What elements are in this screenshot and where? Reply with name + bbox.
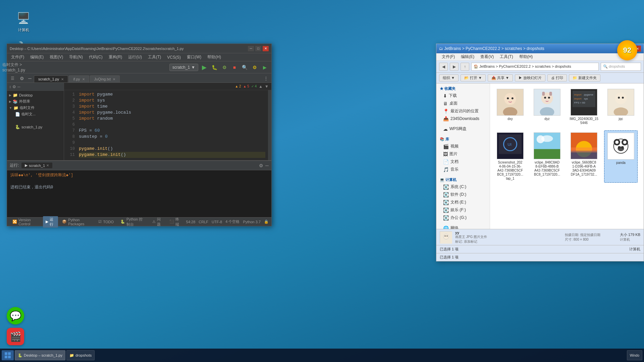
code-text[interactable]: import pygame import sys import time imp… (76, 90, 268, 160)
nav-desktop[interactable]: 🖥桌面 (436, 100, 490, 107)
file-item-ss1[interactable]: UI Screenshot_2024-06-04-15-36-A42-7369B… (493, 130, 527, 183)
taskbar-explorer[interactable]: 📁 dropshots (66, 350, 95, 360)
nav-music[interactable]: 🎵音乐 (436, 166, 490, 173)
search-button[interactable]: 🔍 (240, 63, 249, 71)
terminal-tab-close[interactable]: ✕ (46, 164, 49, 167)
vertical-scrollbar[interactable] (268, 90, 271, 160)
nav-download[interactable]: ⬇下载 (436, 92, 490, 100)
run-button[interactable]: ▶ (200, 63, 208, 71)
nav-d-drive[interactable]: 💽软件 (D:) (436, 191, 490, 198)
debug-button[interactable]: 🐛 (210, 63, 218, 71)
nav-video[interactable]: 🎬视频 (436, 142, 490, 150)
status-tab-run[interactable]: ▶ 运行 (43, 216, 58, 228)
wechat-icon[interactable]: 💬 (7, 307, 24, 324)
terminal-settings-btn[interactable]: ⚙ (259, 163, 263, 168)
file-item-img[interactable]: import pygame import sys FPS = 60 IMG_20… (567, 87, 601, 127)
nav-f-drive[interactable]: 💽娱乐 (F:) (436, 206, 490, 214)
tree-item-tempfiles-child[interactable]: 📄 临时文... (7, 111, 64, 117)
nav-docs[interactable]: 📄文档 (436, 158, 490, 166)
status-tab-vcs[interactable]: 🔀 Version Control (10, 216, 42, 228)
status-tab-terminal[interactable]: ⬛ 终端 (167, 216, 183, 228)
exp-open-btn[interactable]: 📂 打开 ▼ (461, 74, 486, 81)
tab-scratch1[interactable]: scratch_1.py ✕ (34, 75, 68, 82)
exp-menu-view[interactable]: 查看(V) (478, 54, 496, 60)
sidebar-gear-btn[interactable]: ⚙ (12, 84, 16, 89)
tab-if[interactable]: if.py ✕ (69, 75, 89, 82)
tab-juqing[interactable]: JuQing.txt ✕ (90, 75, 120, 82)
menu-navigate[interactable]: 导航(N) (66, 54, 86, 61)
exp-up-btn[interactable]: ↑ (461, 63, 469, 71)
nav-network-item[interactable]: 🌐网络 (436, 224, 490, 229)
python-version[interactable]: Python 3.7 (243, 220, 261, 224)
exp-newfolder-btn[interactable]: 📁 新建文件夹 (569, 74, 600, 81)
exp-address-bar[interactable]: 🏠 JetBrains > PyCharmCE2022.2 > scratche… (471, 63, 599, 71)
exp-slideshow-btn[interactable]: ▶ 放映幻灯片 (515, 74, 545, 81)
exp-print-btn[interactable]: 🖨 打印 (547, 74, 567, 81)
minimize-button[interactable]: ─ (248, 46, 254, 51)
tree-item-tempfiles[interactable]: ▼ 📁 临时文件 (7, 105, 64, 111)
collapse-icon[interactable]: ▼ (265, 84, 269, 89)
exp-back-btn[interactable]: ◀ (439, 63, 448, 71)
nav-recent[interactable]: 📍最近访问的位置 (436, 107, 490, 115)
exp-search-input[interactable]: 🔍 dropshots (601, 63, 641, 71)
menu-refactor[interactable]: 重构(R) (106, 54, 125, 61)
desktop-icon-computer[interactable]: 🖥️ 计算机 (10, 10, 37, 33)
collapse-button[interactable]: ─ (26, 74, 34, 82)
nav-e-drive[interactable]: 💽文档 (E:) (436, 198, 490, 206)
tree-item-desktop[interactable]: ▶ 📁 Desktop (7, 92, 64, 98)
menu-edit[interactable]: 编辑(E) (28, 54, 46, 61)
exp-forward-btn[interactable]: ▶ (450, 63, 459, 71)
tab-scratch1-close[interactable]: ✕ (61, 77, 64, 81)
stop-button[interactable]: ■ (230, 63, 238, 71)
file-item-panda[interactable]: panda (604, 130, 638, 183)
menu-help[interactable]: 帮助(H) (205, 54, 224, 61)
file-item-dxy[interactable]: dxy (493, 87, 527, 127)
terminal-tab-scratch1[interactable]: ▶ scratch_1 ✕ (21, 163, 52, 168)
status-tab-todo[interactable]: ☑ TODO (96, 216, 116, 228)
maoyan-icon[interactable]: 🎬 (7, 328, 24, 345)
file-item-vclipe2[interactable]: vclipe_5660BC81-D396-46FB-A3AD-E9340A09D… (567, 130, 601, 183)
run-config-dropdown[interactable]: scratch_1 ▼ (169, 64, 198, 71)
run-icon-button[interactable]: ▶ (261, 63, 269, 71)
expand-icon[interactable]: ▲ (259, 84, 263, 89)
tree-item-extlib[interactable]: ▶ 📚 外部库 (7, 98, 64, 105)
menu-run[interactable]: 运行(U) (125, 54, 145, 61)
exp-menu-file[interactable]: 文件(F) (439, 54, 458, 60)
status-tab-packages[interactable]: 📦 Python Packages (59, 216, 94, 228)
maximize-button[interactable]: □ (255, 46, 261, 51)
status-tab-problems[interactable]: ⚠ 问题 (150, 216, 165, 228)
exp-menu-help[interactable]: 帮助(H) (517, 54, 536, 60)
menu-file[interactable]: 文件(F) (8, 54, 27, 61)
toggle-sidebar-button[interactable]: ☰ (8, 74, 16, 82)
settings-gear-button[interactable]: ⚙ (18, 74, 26, 82)
menu-view[interactable]: 视图(V) (47, 54, 66, 61)
menu-tools[interactable]: 工具(T) (145, 54, 164, 61)
close-button[interactable]: ✕ (263, 46, 269, 51)
status-tab-console[interactable]: 🐍 Python 控制台 (118, 216, 148, 228)
file-item-jqc[interactable]: jqc (604, 87, 638, 127)
nav-wps[interactable]: ☁WPS网盘 (436, 125, 490, 133)
exp-organize-btn[interactable]: 组织 ▼ (439, 74, 459, 81)
menu-code[interactable]: 代码(C) (86, 54, 105, 61)
exp-menu-tools[interactable]: 工具(T) (497, 54, 516, 60)
tab-if-close[interactable]: ✕ (82, 77, 85, 81)
tree-item-file1[interactable]: 🐍 scratch_1.py (7, 124, 64, 130)
settings-button[interactable]: ⚙ (251, 63, 259, 71)
file-item-dyz[interactable]: dyz (530, 87, 564, 127)
nav-c-drive[interactable]: 💽系统 (C:) (436, 183, 490, 191)
taskbar-pycharm[interactable]: 🐍 Desktop – scratch_1.py (15, 350, 65, 360)
tab-menu-button[interactable]: ⋮ (262, 74, 270, 82)
file-item-vclipe1[interactable]: vclipe_848C8AD8-EF6B-4886-BA42-7369BC5CF… (530, 130, 564, 183)
tab-juqing-close[interactable]: ✕ (113, 77, 115, 81)
terminal-minimize-btn[interactable]: ─ (265, 163, 269, 168)
start-button[interactable] (2, 350, 14, 360)
exp-share-btn[interactable]: 📤 共享 ▼ (488, 74, 513, 81)
sidebar-expand-btn[interactable]: ↕ (9, 84, 11, 89)
sidebar-minus-btn[interactable]: ─ (17, 84, 20, 89)
nav-g-drive[interactable]: 💽办公 (G:) (436, 214, 490, 222)
coverage-button[interactable]: ⚙ (220, 63, 228, 71)
menu-window[interactable]: 窗口(W) (184, 54, 204, 61)
menu-vcs[interactable]: VCS(S) (164, 54, 183, 60)
nav-2345[interactable]: 📥2345Downloads (436, 115, 490, 122)
nav-pictures[interactable]: 🖼图片 (436, 150, 490, 158)
